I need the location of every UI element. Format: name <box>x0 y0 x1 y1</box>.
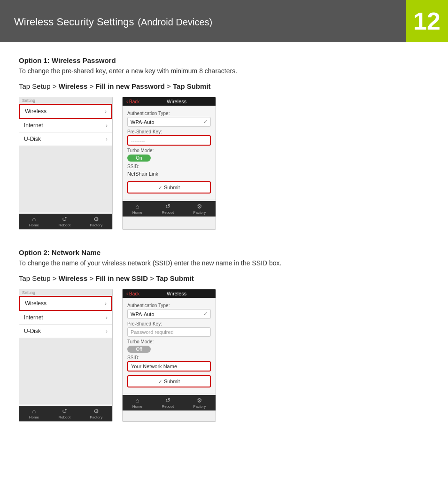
screen2-form: Authentication Type: WPA-Auto ✓ Pre-Shar… <box>123 106 216 199</box>
reboot-icon-3: ↺ <box>62 408 67 415</box>
option2-section: Option 2: Network Name To change the nam… <box>19 248 429 422</box>
auth-select-2: WPA-Auto ✓ <box>127 309 211 319</box>
nav-reboot-1: ↺ Reboot <box>58 216 70 227</box>
option1-screenshots: Setting Wireless › Internet › U-Disk › ⌂ <box>19 97 429 230</box>
turbo-toggle-row: On <box>127 155 211 162</box>
ssid-input[interactable]: Your Network Name <box>127 361 211 372</box>
factory-icon-3: ⚙ <box>93 408 99 415</box>
option1-screen2: ‹ Back Wireless Authentication Type: WPA… <box>122 97 216 230</box>
home-icon-3: ⌂ <box>32 408 36 415</box>
menu-item-wireless-1: Wireless › <box>19 104 112 119</box>
submit-check-icon-2: ✓ <box>158 379 162 384</box>
turbo-toggle-row-2: Off <box>127 346 211 353</box>
screen3-label: Setting <box>19 289 112 296</box>
preshared-label-2: Pre-Shared Key: <box>127 321 211 326</box>
submit-button-2[interactable]: ✓ Submit <box>127 375 211 387</box>
arrow-icon-2: › <box>106 123 108 128</box>
home-icon-1: ⌂ <box>32 216 36 223</box>
ssid-label: SSID: <box>127 164 211 169</box>
bottom-nav-4: ⌂ Home ↺ Reboot ⚙ Factory <box>123 395 216 410</box>
auth-select: WPA-Auto ✓ <box>127 117 211 127</box>
arrow-icon-6: › <box>106 328 108 334</box>
arrow-icon-5: › <box>106 315 108 320</box>
screen1-label: Setting <box>19 97 112 104</box>
nav-home-1: ⌂ Home <box>29 216 39 227</box>
turbo-toggle[interactable]: On <box>127 155 151 162</box>
screen2-topbar: ‹ Back Wireless <box>123 97 216 106</box>
reboot-icon-1: ↺ <box>62 216 67 223</box>
back-button: ‹ Back <box>126 99 139 104</box>
screen4-form: Authentication Type: WPA-Auto ✓ Pre-Shar… <box>123 298 216 393</box>
nav-reboot-3: ↺ Reboot <box>58 408 70 419</box>
menu-item-internet-2: Internet › <box>19 311 112 325</box>
arrow-icon-4: › <box>105 301 107 306</box>
check-icon-2: ✓ <box>203 311 208 317</box>
auth-label: Authentication Type: <box>127 111 211 116</box>
submit-check-icon: ✓ <box>158 185 162 190</box>
nav-reboot-2: ↺ Reboot <box>162 203 174 215</box>
nav-reboot-4: ↺ Reboot <box>162 397 174 409</box>
ssid-value: NetShair Link <box>127 170 211 178</box>
preshared-input-2[interactable]: Password required <box>127 327 211 337</box>
auth-label-2: Authentication Type: <box>127 303 211 308</box>
chapter-badge: 12 <box>406 0 448 42</box>
option2-screen2: ‹ Back Wireless Authentication Type: WPA… <box>122 289 216 422</box>
option2-title: Option 2: Network Name <box>19 248 429 256</box>
option2-desc: To change the name of your wireless netw… <box>19 259 429 267</box>
header-title: Wireless Security Settings (Android Devi… <box>14 14 212 29</box>
factory-icon-1: ⚙ <box>93 216 99 223</box>
nav-factory-3: ⚙ Factory <box>90 408 103 419</box>
bottom-nav-3: ⌂ Home ↺ Reboot ⚙ Factory <box>19 406 112 421</box>
nav-home-3: ⌂ Home <box>29 408 39 419</box>
main-content: Option 1: Wireless Password To change th… <box>0 42 448 455</box>
menu-item-udisk-1: U-Disk › <box>19 132 112 146</box>
nav-factory-4: ⚙ Factory <box>193 397 206 409</box>
option1-screen1: Setting Wireless › Internet › U-Disk › ⌂ <box>19 97 113 230</box>
preshared-label: Pre-Shared Key: <box>127 129 211 134</box>
nav-factory-1: ⚙ Factory <box>90 216 103 227</box>
option2-screen1: Setting Wireless › Internet › U-Disk › ⌂ <box>19 289 113 422</box>
preshared-input[interactable]: -------- <box>127 135 211 146</box>
option1-desc: To change the pre-shared key, enter a ne… <box>19 67 429 75</box>
turbo-label: Turbo Mode: <box>127 148 211 153</box>
option2-tap-instructions: Tap Setup > Wireless > Fill in new SSID … <box>19 274 429 282</box>
nav-factory-2: ⚙ Factory <box>193 203 206 215</box>
turbo-label-2: Turbo Mode: <box>127 339 211 344</box>
ssid-label-2: SSID: <box>127 355 211 360</box>
nav-home-4: ⌂ Home <box>132 397 142 409</box>
submit-button-1[interactable]: ✓ Submit <box>127 181 211 194</box>
arrow-icon-1: › <box>105 108 107 114</box>
option1-title: Option 1: Wireless Password <box>19 56 429 64</box>
option2-screenshots: Setting Wireless › Internet › U-Disk › ⌂ <box>19 289 429 422</box>
menu-item-wireless-2: Wireless › <box>19 296 112 311</box>
reboot-icon-2: ↺ <box>165 203 170 210</box>
factory-icon-4: ⚙ <box>197 397 202 404</box>
bottom-nav-1: ⌂ Home ↺ Reboot ⚙ Factory <box>19 214 112 229</box>
option1-tap-instructions: Tap Setup > Wireless > Fill in new Passw… <box>19 82 429 90</box>
factory-icon-2: ⚙ <box>197 203 202 210</box>
back-button-2: ‹ Back <box>126 291 139 296</box>
turbo-toggle-2[interactable]: Off <box>127 346 151 353</box>
reboot-icon-4: ↺ <box>165 397 170 404</box>
screen4-topbar: ‹ Back Wireless <box>123 289 216 298</box>
check-icon: ✓ <box>203 119 208 125</box>
page-header: Wireless Security Settings (Android Devi… <box>0 0 448 42</box>
home-icon-2: ⌂ <box>135 203 139 210</box>
arrow-icon-3: › <box>106 136 108 142</box>
home-icon-4: ⌂ <box>135 397 139 404</box>
nav-home-2: ⌂ Home <box>132 203 142 215</box>
option1-section: Option 1: Wireless Password To change th… <box>19 56 429 230</box>
menu-item-udisk-2: U-Disk › <box>19 325 112 338</box>
menu-item-internet-1: Internet › <box>19 119 112 132</box>
bottom-nav-2: ⌂ Home ↺ Reboot ⚙ Factory <box>123 201 216 217</box>
